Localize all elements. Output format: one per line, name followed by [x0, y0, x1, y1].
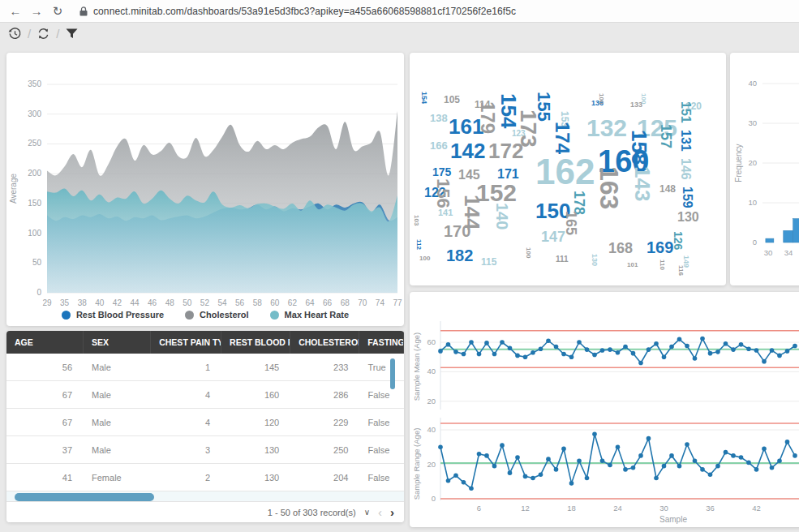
word-cloud-value[interactable]: 130	[677, 211, 699, 224]
svg-text:300: 300	[28, 109, 41, 118]
table-cell: False	[359, 409, 404, 435]
word-cloud-value[interactable]: 158	[629, 130, 650, 165]
word-cloud-value[interactable]: 155	[535, 92, 552, 122]
word-cloud-value[interactable]: 182	[446, 247, 473, 264]
word-cloud-value[interactable]: 100	[419, 255, 430, 262]
next-page-button[interactable]: ›	[390, 505, 394, 519]
word-cloud-value[interactable]: 142	[450, 140, 485, 161]
word-cloud-value[interactable]: 138	[430, 113, 448, 123]
control-chart-point	[685, 344, 689, 349]
table-pagination: 1 - 50 of 303 record(s) ∨ ‹ ›	[6, 501, 404, 522]
table-row[interactable]: 41Female2130204False	[6, 464, 404, 491]
control-chart-point	[592, 432, 597, 437]
table-row[interactable]: 67Male4120229False	[6, 409, 404, 436]
table-row[interactable]: 67Male4160286False	[6, 381, 404, 409]
word-cloud-value[interactable]: 175	[432, 166, 451, 178]
word-cloud-value[interactable]: 100	[525, 247, 531, 258]
address-bar[interactable]: connect.minitab.com/dashboards/53a91e5d3…	[79, 6, 516, 17]
column-header-fasting-blo[interactable]: FASTING BLO	[359, 331, 404, 354]
word-cloud-value[interactable]: 166	[430, 140, 448, 151]
word-cloud-value[interactable]: 154	[420, 92, 427, 104]
word-cloud-value[interactable]: 141	[438, 208, 453, 217]
svg-text:6: 6	[477, 504, 481, 513]
word-cloud-value[interactable]: 110	[659, 260, 665, 270]
word-cloud-value[interactable]: 103	[413, 215, 419, 225]
legend-item-max-heart-rate[interactable]: Max Heart Rate	[270, 310, 349, 320]
word-cloud-value[interactable]: 163	[596, 166, 622, 209]
column-header-rest-blood-press-[interactable]: REST BLOOD PRESS...	[221, 331, 290, 354]
histogram-bar[interactable]	[766, 238, 774, 242]
histogram-bar[interactable]	[793, 219, 799, 242]
word-cloud-value[interactable]: 159	[681, 187, 694, 208]
word-cloud-value[interactable]: 147	[541, 230, 565, 244]
control-chart-point	[724, 450, 728, 455]
area-chart-panel: 050100150200250300350Average293538404244…	[6, 53, 404, 326]
word-cloud-value[interactable]: 101	[627, 262, 638, 268]
word-cloud-value[interactable]: 130	[591, 254, 598, 266]
word-cloud-value[interactable]: 148	[659, 184, 676, 194]
word-cloud-value[interactable]: 143	[632, 166, 653, 201]
word-cloud-value[interactable]: 179	[478, 101, 497, 134]
vertical-scrollbar[interactable]	[390, 358, 395, 389]
column-header-cholesterol[interactable]: CHOLESTEROL	[290, 331, 359, 354]
control-chart-point	[477, 352, 482, 357]
control-chart-point	[600, 348, 605, 353]
sync-icon[interactable]	[37, 27, 50, 41]
word-cloud-value[interactable]: 146	[679, 158, 692, 180]
control-chart-point	[577, 458, 582, 463]
table-cell: 286	[290, 381, 359, 408]
word-cloud-value[interactable]: 174	[552, 122, 572, 154]
word-cloud-value[interactable]: 168	[608, 241, 633, 255]
word-cloud-value[interactable]: 116	[677, 265, 684, 276]
table-row[interactable]: 37Male3130250False	[6, 436, 404, 464]
history-icon[interactable]	[8, 27, 22, 41]
table-row[interactable]: 56Male1145233True	[6, 354, 404, 381]
filter-icon[interactable]	[65, 27, 79, 41]
word-cloud-value[interactable]: 126	[672, 231, 684, 250]
legend-item-rest-blood-pressure[interactable]: Rest Blood Pressure	[62, 310, 164, 320]
word-cloud-value[interactable]: 100	[640, 93, 647, 104]
word-cloud-value[interactable]: 111	[556, 255, 569, 264]
legend-item-cholesterol[interactable]: Cholesterol	[185, 310, 249, 320]
previous-page-button[interactable]: ‹	[378, 505, 382, 519]
control-chart-point	[739, 342, 744, 347]
table-cell: 4	[151, 381, 221, 408]
word-cloud-value[interactable]: 105	[444, 95, 460, 105]
word-cloud-value[interactable]: 115	[481, 257, 496, 267]
horizontal-scrollbar[interactable]	[15, 493, 154, 501]
word-cloud-value[interactable]: 100	[598, 93, 604, 104]
column-header-sex[interactable]: SEX	[84, 331, 151, 354]
column-header-age[interactable]: AGE	[6, 331, 84, 354]
word-cloud-value[interactable]: 157	[659, 124, 673, 148]
histogram-chart[interactable]: 010203040Frequency303438	[730, 53, 799, 289]
svg-text:58: 58	[253, 298, 263, 307]
word-cloud-value[interactable]: 112	[415, 239, 422, 250]
page-size-dropdown-icon[interactable]: ∨	[364, 508, 370, 517]
svg-text:48: 48	[165, 298, 175, 307]
xbar-r-chart[interactable]: 204060Sample Mean (Age)02040Sample Range…	[410, 292, 799, 530]
table-cell: 204	[290, 464, 359, 491]
legend-dot	[270, 311, 279, 320]
back-icon[interactable]: ←	[5, 4, 26, 18]
word-cloud-value[interactable]: 132	[586, 116, 627, 140]
control-chart-point	[569, 481, 574, 486]
svg-text:77: 77	[393, 298, 402, 307]
control-chart-point	[647, 347, 651, 352]
forward-icon[interactable]: →	[26, 4, 47, 18]
svg-text:34: 34	[784, 248, 793, 257]
word-cloud-value[interactable]: 169	[647, 239, 673, 255]
svg-text:62: 62	[288, 298, 298, 307]
reload-icon[interactable]: ↻	[47, 4, 68, 19]
word-cloud-value[interactable]: 156	[434, 178, 452, 208]
control-chart-point	[616, 350, 621, 355]
column-header-chest-pain-type[interactable]: CHEST PAIN TYPE	[151, 331, 221, 354]
word-cloud-value[interactable]: 162	[535, 154, 595, 190]
word-cloud-value[interactable]: 131	[679, 130, 692, 152]
histogram-bar[interactable]	[784, 230, 793, 242]
word-cloud-value[interactable]: 151	[679, 101, 692, 123]
word-cloud-value[interactable]: 144	[462, 195, 483, 230]
word-cloud-value[interactable]: 140	[494, 203, 510, 230]
area-chart[interactable]: 050100150200250300350Average293538404244…	[6, 53, 404, 329]
histogram-svg: 010203040Frequency303438	[730, 53, 799, 285]
word-cloud-value[interactable]: 165	[564, 211, 578, 235]
